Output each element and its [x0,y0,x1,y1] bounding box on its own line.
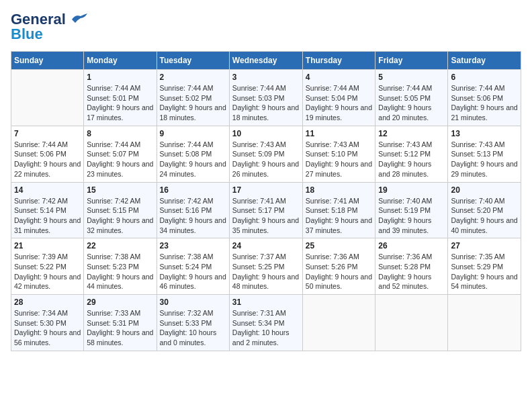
sunrise-text: Sunrise: 7:39 AM [14,253,68,261]
sunset-text: Sunset: 5:34 PM [232,319,285,327]
calendar-cell: 17 Sunrise: 7:41 AM Sunset: 5:17 PM Dayl… [229,182,302,238]
day-info: Sunrise: 7:38 AM Sunset: 5:24 PM Dayligh… [160,252,226,291]
day-number: 3 [232,73,300,82]
sunset-text: Sunset: 5:04 PM [306,94,358,102]
day-number: 19 [378,185,445,195]
sunset-text: Sunset: 5:33 PM [160,319,212,327]
calendar-cell [11,70,84,126]
day-info: Sunrise: 7:33 AM Sunset: 5:31 PM Dayligh… [87,308,153,348]
daylight-text: Daylight: 9 hours and 19 minutes. [306,103,372,122]
daylight-text: Daylight: 9 hours and 58 minutes. [87,328,153,347]
day-info: Sunrise: 7:43 AM Sunset: 5:12 PM Dayligh… [378,140,445,179]
calendar-week-row: 21 Sunrise: 7:39 AM Sunset: 5:22 PM Dayl… [11,238,521,295]
day-number: 20 [451,185,518,195]
sunrise-text: Sunrise: 7:41 AM [232,197,286,205]
daylight-text: Daylight: 9 hours and 50 minutes. [306,273,372,291]
weekday-header: Saturday [448,52,521,70]
calendar-cell [375,295,448,351]
sunrise-text: Sunrise: 7:35 AM [451,253,504,261]
sunrise-text: Sunrise: 7:43 AM [232,140,286,148]
calendar-week-row: 1 Sunrise: 7:44 AM Sunset: 5:01 PM Dayli… [11,70,521,126]
sunrise-text: Sunrise: 7:44 AM [160,140,214,148]
calendar-table: SundayMondayTuesdayWednesdayThursdayFrid… [11,51,521,351]
sunset-text: Sunset: 5:07 PM [87,150,139,158]
calendar-cell: 26 Sunrise: 7:36 AM Sunset: 5:28 PM Dayl… [375,238,448,295]
sunrise-text: Sunrise: 7:44 AM [451,84,504,92]
day-info: Sunrise: 7:44 AM Sunset: 5:05 PM Dayligh… [378,83,445,123]
day-info: Sunrise: 7:42 AM Sunset: 5:16 PM Dayligh… [160,196,226,236]
calendar-week-row: 14 Sunrise: 7:42 AM Sunset: 5:14 PM Dayl… [11,182,521,238]
sunset-text: Sunset: 5:01 PM [87,94,139,102]
day-number: 4 [306,73,373,82]
day-info: Sunrise: 7:34 AM Sunset: 5:30 PM Dayligh… [14,308,81,348]
day-number: 18 [306,185,373,195]
day-number: 26 [378,241,445,250]
day-info: Sunrise: 7:36 AM Sunset: 5:28 PM Dayligh… [378,252,445,291]
sunset-text: Sunset: 5:09 PM [232,150,285,158]
daylight-text: Daylight: 10 hours and 0 minutes. [160,328,217,347]
daylight-text: Daylight: 9 hours and 29 minutes. [451,160,517,178]
daylight-text: Daylight: 9 hours and 39 minutes. [378,216,431,234]
calendar-cell: 22 Sunrise: 7:38 AM Sunset: 5:23 PM Dayl… [84,238,157,295]
day-info: Sunrise: 7:40 AM Sunset: 5:19 PM Dayligh… [378,196,445,236]
calendar-cell: 14 Sunrise: 7:42 AM Sunset: 5:14 PM Dayl… [11,182,84,238]
day-info: Sunrise: 7:43 AM Sunset: 5:13 PM Dayligh… [451,140,518,179]
logo: General Blue [11,11,89,43]
sunrise-text: Sunrise: 7:42 AM [14,197,68,205]
calendar-cell: 12 Sunrise: 7:43 AM Sunset: 5:12 PM Dayl… [375,126,448,182]
sunset-text: Sunset: 5:30 PM [14,319,66,327]
day-number: 25 [306,241,373,250]
day-number: 9 [160,129,226,138]
day-info: Sunrise: 7:38 AM Sunset: 5:23 PM Dayligh… [87,252,153,291]
daylight-text: Daylight: 9 hours and 20 minutes. [378,103,431,122]
daylight-text: Daylight: 9 hours and 27 minutes. [306,160,372,178]
sunset-text: Sunset: 5:06 PM [451,94,503,102]
day-number: 28 [14,298,81,307]
calendar-cell: 19 Sunrise: 7:40 AM Sunset: 5:19 PM Dayl… [375,182,448,238]
day-number: 17 [232,185,300,195]
daylight-text: Daylight: 9 hours and 17 minutes. [87,103,153,122]
weekday-header: Tuesday [157,52,229,70]
sunrise-text: Sunrise: 7:44 AM [87,140,140,148]
day-number: 30 [160,298,226,307]
calendar-cell: 11 Sunrise: 7:43 AM Sunset: 5:10 PM Dayl… [302,126,375,182]
day-info: Sunrise: 7:42 AM Sunset: 5:15 PM Dayligh… [87,196,153,236]
daylight-text: Daylight: 9 hours and 28 minutes. [378,160,431,178]
sunset-text: Sunset: 5:24 PM [160,263,212,271]
daylight-text: Daylight: 9 hours and 23 minutes. [87,160,153,178]
day-info: Sunrise: 7:41 AM Sunset: 5:17 PM Dayligh… [232,196,300,236]
sunrise-text: Sunrise: 7:34 AM [14,309,68,317]
daylight-text: Daylight: 10 hours and 2 minutes. [232,328,290,347]
day-number: 21 [14,241,81,250]
calendar-cell: 25 Sunrise: 7:36 AM Sunset: 5:26 PM Dayl… [302,238,375,295]
calendar-week-row: 7 Sunrise: 7:44 AM Sunset: 5:06 PM Dayli… [11,126,521,182]
daylight-text: Daylight: 9 hours and 18 minutes. [232,103,299,122]
sunset-text: Sunset: 5:22 PM [14,263,66,271]
daylight-text: Daylight: 9 hours and 37 minutes. [306,216,372,234]
sunset-text: Sunset: 5:19 PM [378,206,431,214]
sunset-text: Sunset: 5:25 PM [232,263,285,271]
day-info: Sunrise: 7:44 AM Sunset: 5:02 PM Dayligh… [160,83,226,123]
calendar-cell: 8 Sunrise: 7:44 AM Sunset: 5:07 PM Dayli… [84,126,157,182]
calendar-cell: 5 Sunrise: 7:44 AM Sunset: 5:05 PM Dayli… [375,70,448,126]
calendar-cell: 31 Sunrise: 7:31 AM Sunset: 5:34 PM Dayl… [229,295,302,351]
sunset-text: Sunset: 5:26 PM [306,263,358,271]
day-number: 5 [378,73,445,82]
daylight-text: Daylight: 9 hours and 48 minutes. [232,273,299,291]
day-number: 22 [87,241,153,250]
sunrise-text: Sunrise: 7:42 AM [87,197,140,205]
calendar-cell: 2 Sunrise: 7:44 AM Sunset: 5:02 PM Dayli… [157,70,229,126]
logo-blue-text: Blue [11,26,43,43]
daylight-text: Daylight: 9 hours and 24 minutes. [160,160,226,178]
day-number: 10 [232,129,300,138]
calendar-week-row: 28 Sunrise: 7:34 AM Sunset: 5:30 PM Dayl… [11,295,521,351]
sunrise-text: Sunrise: 7:40 AM [451,197,504,205]
sunrise-text: Sunrise: 7:33 AM [87,309,140,317]
day-info: Sunrise: 7:36 AM Sunset: 5:26 PM Dayligh… [306,252,373,291]
weekday-header: Friday [375,52,448,70]
daylight-text: Daylight: 9 hours and 18 minutes. [160,103,226,122]
sunset-text: Sunset: 5:20 PM [451,206,503,214]
day-number: 1 [87,73,153,82]
day-number: 12 [378,129,445,138]
day-number: 8 [87,129,153,138]
